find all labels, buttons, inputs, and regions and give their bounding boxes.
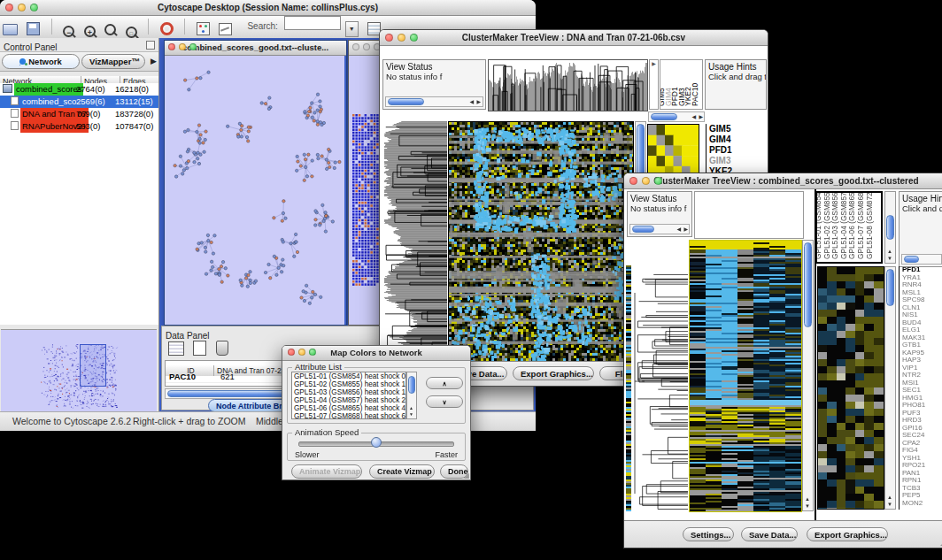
birdseye-view[interactable]	[1, 329, 157, 411]
attribute-list-scrollbar[interactable]: ▲▼	[406, 372, 417, 419]
faster-label: Faster	[435, 450, 458, 459]
tv2-button-bar: Settings... Save Data... Export Graphics…	[624, 520, 942, 548]
zoom-in-icon[interactable]: +	[84, 26, 96, 37]
tv2-column-labels: GPL51-01 (GSM854)GPL51-02 (GSM855)GPL51-…	[815, 191, 883, 264]
document-icon	[11, 121, 19, 130]
attribute-list-item[interactable]: GPL51-01 (GSM854) heat shock 05 min	[292, 372, 405, 380]
network-table-row[interactable]: combined_scores2764(0)16218(0)	[0, 83, 158, 96]
tv2-status-scrollbar[interactable]: ◀▶	[629, 224, 690, 234]
tv1-divider-pane: ▶	[649, 59, 659, 110]
close-button[interactable]	[5, 4, 13, 12]
minimize-button[interactable]	[18, 4, 26, 12]
dialog-titlebar[interactable]: Map Colors to Network	[282, 346, 470, 361]
network-table-row[interactable]: RNAPuberNov2+563(0)107847(0)	[0, 120, 158, 133]
network-tab-icon	[19, 58, 26, 65]
folder-icon	[3, 84, 12, 93]
network-table-row[interactable]: DNA and Tran 07769(0)183728(0)	[0, 108, 158, 120]
attribute-list-item[interactable]: GPL51-02 (GSM855) heat shock 10 min	[292, 380, 405, 388]
zoom-button[interactable]	[189, 43, 197, 50]
tv2-export-graphics-button[interactable]: Export Graphics...	[807, 527, 888, 541]
close-button[interactable]	[629, 177, 637, 185]
zoom-fit-icon[interactable]	[104, 24, 116, 35]
new-attribute-icon[interactable]	[193, 341, 206, 356]
minimize-button[interactable]	[298, 349, 305, 356]
zoom-button[interactable]	[30, 4, 38, 12]
network-name: combined_sco	[20, 96, 78, 108]
document-icon	[11, 109, 19, 118]
treeview1-titlebar[interactable]: ClusterMaker TreeView : DNA and Tran 07-…	[380, 30, 768, 46]
move-up-button[interactable]: ∧	[426, 377, 463, 389]
delete-attribute-icon[interactable]	[216, 341, 228, 356]
close-button[interactable]	[288, 349, 295, 356]
row-value: 621	[220, 372, 235, 382]
network1-canvas[interactable]	[165, 56, 344, 325]
tv2-column-label: GPL51-01 (GSM854)	[815, 191, 822, 259]
tv2-hints-scrollbar[interactable]	[901, 254, 942, 265]
zoom-button[interactable]	[654, 177, 662, 185]
search-input[interactable]	[284, 16, 341, 30]
close-button[interactable]	[168, 43, 175, 50]
animation-speed-group: Animation Speed Slower Faster	[287, 433, 466, 461]
tv1-export-graphics-button[interactable]: Export Graphics...	[513, 366, 594, 380]
minimize-button[interactable]	[363, 43, 370, 50]
save-icon[interactable]	[27, 22, 40, 35]
tab-network[interactable]: Network	[2, 54, 80, 69]
window-controls	[5, 4, 38, 12]
tv1-global-heatmap[interactable]	[448, 121, 634, 386]
zoom-button[interactable]	[410, 34, 418, 42]
treeview2-titlebar[interactable]: ClusterMaker TreeView : combined_scores_…	[624, 173, 942, 189]
zoom-selected-icon[interactable]: □	[126, 27, 137, 38]
minimize-button[interactable]	[642, 177, 650, 185]
open-folder-icon[interactable]	[3, 24, 18, 35]
tv2-zoom-vscrollbar[interactable]: ▲▼	[884, 266, 896, 510]
attribute-list-item[interactable]: GPL51-06 (GSM865) heat shock 40 min	[292, 404, 405, 412]
network-table-row[interactable]: combined_sco2569(6)13112(15)	[0, 96, 158, 108]
tv2-heatmap-vscrollbar[interactable]: ▲▼	[802, 240, 814, 511]
network1-titlebar[interactable]: combined_scores_good.txt--cluste...	[165, 41, 346, 56]
attribute-list-item[interactable]: GPL51-03 (GSM856) heat shock 15 min	[292, 388, 405, 396]
treeview2-window: ClusterMaker TreeView : combined_scores_…	[623, 173, 942, 548]
tv1-column-dendrogram[interactable]	[488, 59, 648, 111]
tv1-gene-label: GIM5	[709, 124, 737, 134]
tv1-zoom-hscrollbar[interactable]: ◀▶	[648, 111, 705, 122]
search-dropdown-button[interactable]: ▼	[345, 21, 359, 37]
tab-overflow-arrow[interactable]: ▶	[151, 57, 157, 65]
tv2-column-dendrogram-area[interactable]	[694, 191, 804, 239]
network-table-body: combined_scores2764(0)16218(0)combined_s…	[0, 83, 158, 325]
tv2-row-dendrogram[interactable]	[632, 240, 688, 511]
tv1-status-scrollbar[interactable]: ◀▶	[385, 96, 483, 107]
speed-slider-thumb[interactable]	[371, 437, 382, 448]
tv2-settings-button[interactable]: Settings...	[683, 527, 734, 541]
zoom-button[interactable]	[309, 349, 316, 356]
network-view-window-1: combined_scores_good.txt--cluste...	[164, 40, 347, 326]
network-table-header: NetworkNodesEdges	[0, 72, 158, 83]
tv2-gene-labels: PFD1YRA1RNR4MSL1SPC98CLN1NIS1BUD4ELG1MAK…	[899, 266, 942, 510]
minimize-button[interactable]	[398, 34, 405, 42]
tv2-usage-hints: Usage Hints Click and drag to	[899, 191, 942, 267]
annotate-icon[interactable]	[219, 23, 232, 35]
status-hint-zoom: Right-click + drag to ZOOM	[133, 416, 246, 426]
attribute-list-item[interactable]: GPL51-07 (GSM868) heat shock 60 min	[292, 412, 405, 419]
move-down-button[interactable]: ∨	[426, 395, 463, 408]
main-titlebar[interactable]: Cytoscape Desktop (Session Name: collins…	[0, 0, 536, 16]
close-button[interactable]	[352, 43, 359, 50]
help-lifesaver-icon[interactable]	[160, 22, 174, 35]
attribute-table-icon[interactable]	[168, 341, 184, 356]
tab-vizmapper[interactable]: VizMapper™	[81, 54, 145, 69]
minimize-button[interactable]	[179, 43, 186, 50]
vizmap-icon[interactable]	[197, 22, 210, 35]
zoom-out-icon[interactable]: −	[63, 26, 74, 37]
animate-vizmap-button[interactable]: Animate Vizmap	[291, 464, 362, 479]
float-panel-icon[interactable]	[146, 41, 155, 50]
tv2-labels-vscrollbar[interactable]: ▲▼	[884, 191, 896, 264]
close-button[interactable]	[385, 34, 393, 42]
attribute-list[interactable]: GPL51-01 (GSM854) heat shock 05 minGPL51…	[291, 372, 406, 419]
row-id: PFD1	[169, 383, 190, 387]
create-vizmap-button[interactable]: Create Vizmap	[369, 464, 435, 479]
tv2-global-heatmap[interactable]	[689, 240, 802, 512]
tv2-zoom-heatmap[interactable]	[817, 266, 884, 510]
tv2-save-data-button[interactable]: Save Data...	[741, 527, 798, 541]
resize-grip[interactable]: ◢	[464, 472, 469, 479]
network-name: combined_scores	[14, 83, 83, 96]
attribute-list-item[interactable]: GPL51-04 (GSM857) heat shock 20 min	[292, 396, 405, 404]
